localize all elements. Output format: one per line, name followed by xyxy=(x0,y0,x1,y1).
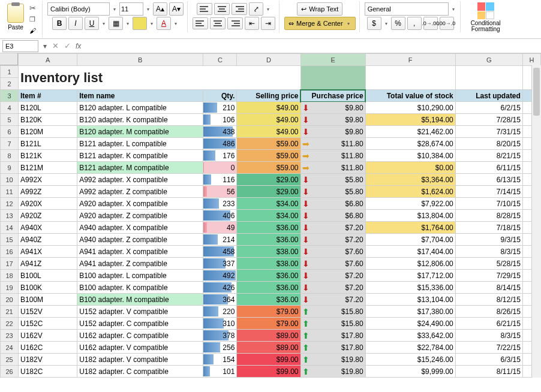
row-header-6[interactable]: 6 xyxy=(1,126,19,138)
cell-item-name[interactable]: B121 adapter. M compatible xyxy=(77,162,203,174)
formula-input[interactable] xyxy=(83,40,541,52)
cell-qty[interactable]: 492 xyxy=(203,270,237,282)
cell-total-value[interactable]: $3,364.00 xyxy=(365,174,455,186)
cell-last-updated[interactable]: 6/2/15 xyxy=(455,102,522,114)
cell-item-name[interactable]: B100 adapter. L compatible xyxy=(77,270,203,282)
cell-qty[interactable]: 0 xyxy=(203,162,237,174)
number-format-select[interactable] xyxy=(365,2,449,16)
chevron-down-icon[interactable]: ▾ xyxy=(450,7,456,12)
row-header-22[interactable]: 22 xyxy=(1,318,19,330)
copy-button[interactable] xyxy=(26,14,38,25)
cell-total-value[interactable]: $7,704.00 xyxy=(365,234,455,246)
row-header-13[interactable]: 13 xyxy=(1,210,19,222)
cell-total-value[interactable]: $15,336.00 xyxy=(365,282,455,294)
cell-item-name[interactable]: B100 adapter. M compatible xyxy=(77,294,203,306)
chevron-down-icon[interactable]: ▾ xyxy=(101,21,107,26)
cell-item-num[interactable]: A941X xyxy=(19,246,77,258)
row-header-4[interactable]: 4 xyxy=(1,102,19,114)
cell-item-num[interactable]: B121L xyxy=(19,138,77,150)
cell-purchase-price[interactable]: ⬇$7.60 xyxy=(300,246,365,258)
cell-purchase-price[interactable]: ➡$11.80 xyxy=(300,150,365,162)
paste-button[interactable]: Paste xyxy=(6,2,25,36)
decrease-decimal-button[interactable]: .00→.0 xyxy=(440,17,454,30)
cell-last-updated[interactable]: 8/14/15 xyxy=(455,282,522,294)
chevron-down-icon[interactable]: ▾ xyxy=(112,7,118,12)
column-header-A[interactable]: A xyxy=(19,54,77,66)
font-name-select[interactable] xyxy=(47,2,110,16)
cell-qty[interactable]: 310 xyxy=(203,318,237,330)
increase-font-button[interactable]: A▴ xyxy=(153,2,167,16)
cell-item-name[interactable]: A941 adapter. Z compatible xyxy=(77,258,203,270)
conditional-formatting-button[interactable]: Conditional Formatting xyxy=(465,2,506,32)
cell-total-value[interactable]: $17,380.00 xyxy=(365,306,455,318)
cell-purchase-price[interactable]: ⬆$15.80 xyxy=(300,306,365,318)
cell-purchase-price[interactable]: ⬇$7.20 xyxy=(300,234,365,246)
column-header-E[interactable]: E xyxy=(300,54,365,66)
cell-item-num[interactable]: B120M xyxy=(19,126,77,138)
row-header-14[interactable]: 14 xyxy=(1,222,19,234)
cell-qty[interactable]: 49 xyxy=(203,222,237,234)
cell-qty[interactable]: 438 xyxy=(203,126,237,138)
cell-purchase-price[interactable]: ⬇$7.20 xyxy=(300,294,365,306)
cell-total-value[interactable]: $28,674.00 xyxy=(365,138,455,150)
cell-last-updated[interactable]: 8/26/15 xyxy=(455,306,522,318)
cell-last-updated[interactable]: 8/12/15 xyxy=(455,294,522,306)
fill-color-button[interactable] xyxy=(133,17,147,30)
cell-last-updated[interactable]: 9/3/15 xyxy=(455,234,522,246)
cell-qty[interactable]: 176 xyxy=(203,150,237,162)
cell-item-name[interactable]: A992 adapter. X compatible xyxy=(77,174,203,186)
cell-last-updated[interactable]: 7/29/15 xyxy=(455,270,522,282)
cell-item-num[interactable]: U162C xyxy=(19,342,77,354)
row-header-7[interactable]: 7 xyxy=(1,138,19,150)
cell-item-num[interactable]: B121M xyxy=(19,162,77,174)
cell-last-updated[interactable]: 8/28/15 xyxy=(455,210,522,222)
row-header-9[interactable]: 9 xyxy=(1,162,19,174)
cell-selling-price[interactable]: $59.00 xyxy=(237,150,300,162)
underline-button[interactable]: U xyxy=(85,17,99,30)
cell-selling-price[interactable]: $36.00 xyxy=(237,282,300,294)
cell-item-num[interactable]: U182C xyxy=(19,366,77,378)
row-header-10[interactable]: 10 xyxy=(1,174,19,186)
cell-item-name[interactable]: U152 adapter. C compatible xyxy=(77,318,203,330)
italic-button[interactable]: I xyxy=(68,17,83,30)
column-header-D[interactable]: D xyxy=(237,54,300,66)
cell-total-value[interactable]: $17,404.00 xyxy=(365,246,455,258)
cell-item-name[interactable]: A992 adapter. Z compatible xyxy=(77,186,203,198)
cell-selling-price[interactable]: $36.00 xyxy=(237,222,300,234)
cell-qty[interactable]: 220 xyxy=(203,306,237,318)
cell-item-num[interactable]: A992X xyxy=(19,174,77,186)
cell-qty[interactable]: 426 xyxy=(203,282,237,294)
cell-purchase-price[interactable]: ⬆$19.80 xyxy=(300,366,365,378)
cell-item-num[interactable]: B100L xyxy=(19,270,77,282)
cell-last-updated[interactable]: 7/18/15 xyxy=(455,222,522,234)
header-selling-price[interactable]: Selling price xyxy=(237,90,300,102)
cell-qty[interactable]: 106 xyxy=(203,114,237,126)
cell-purchase-price[interactable]: ⬇$7.20 xyxy=(300,282,365,294)
comma-button[interactable]: , xyxy=(407,17,422,30)
cell-qty[interactable]: 56 xyxy=(203,186,237,198)
cell-selling-price[interactable]: $99.00 xyxy=(237,354,300,366)
cell-purchase-price[interactable]: ⬆$17.80 xyxy=(300,342,365,354)
cell-total-value[interactable]: $1,624.00 xyxy=(365,186,455,198)
font-size-select[interactable] xyxy=(119,2,143,16)
row-header-12[interactable]: 12 xyxy=(1,198,19,210)
cell-E1[interactable] xyxy=(300,66,365,90)
header-last-updated[interactable]: Last updated xyxy=(455,90,522,102)
cell-total-value[interactable]: $12,806.00 xyxy=(365,258,455,270)
cell-selling-price[interactable]: $99.00 xyxy=(237,366,300,378)
chevron-down-icon[interactable]: ▾ xyxy=(149,21,155,26)
cell-item-num[interactable]: A940Z xyxy=(19,234,77,246)
cell-purchase-price[interactable]: ➡$11.80 xyxy=(300,162,365,174)
chevron-down-icon[interactable]: ▾ xyxy=(125,21,131,26)
cell-selling-price[interactable]: $49.00 xyxy=(237,102,300,114)
cell-item-num[interactable]: B100K xyxy=(19,282,77,294)
row-header-3[interactable]: 3 xyxy=(1,90,19,102)
decrease-font-button[interactable]: A▾ xyxy=(169,2,184,16)
row-header-5[interactable]: 5 xyxy=(1,114,19,126)
cell-total-value[interactable]: $13,104.00 xyxy=(365,294,455,306)
cell-total-value[interactable]: $24,490.00 xyxy=(365,318,455,330)
cell-purchase-price[interactable]: ⬆$17.80 xyxy=(300,330,365,342)
align-top-button[interactable] xyxy=(197,3,212,15)
row-header-11[interactable]: 11 xyxy=(1,186,19,198)
bold-button[interactable]: B xyxy=(52,17,67,30)
